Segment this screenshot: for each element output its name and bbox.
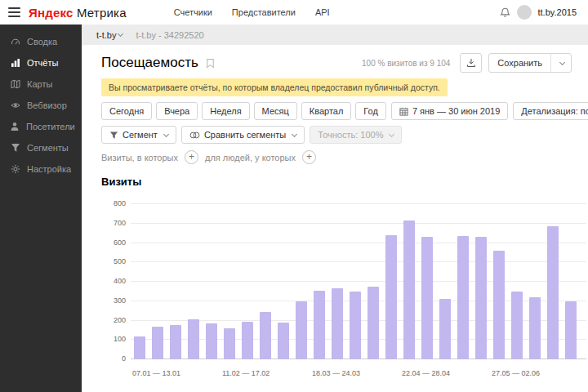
bookmark-icon[interactable] [206, 58, 215, 69]
bar-18[interactable] [457, 236, 469, 359]
period-button[interactable]: Месяц [254, 102, 297, 120]
dashboard-icon [10, 37, 20, 47]
title-actions: 100 % визитов из 9 104 Сохранить [362, 53, 572, 73]
period-button[interactable]: Квартал [301, 102, 352, 120]
chevron-down-icon [292, 131, 297, 136]
period-buttons: СегодняВчераНеделяМесяцКварталГод [101, 102, 386, 120]
title-row: Посещаемость 100 % визитов из 9 104 Сохр… [101, 53, 572, 73]
bar-17[interactable] [439, 299, 451, 359]
breadcrumb: t-t.by t-t.by - 34292520 [82, 24, 588, 45]
y-axis-tick-label: 100 [101, 335, 126, 343]
bar-8[interactable] [278, 323, 289, 359]
calendar-icon [399, 107, 408, 116]
sidebar-item-label: Настройка [27, 164, 71, 174]
menu-icon[interactable] [8, 7, 20, 17]
logo-product: Метрика [77, 6, 127, 20]
add-people-condition-button[interactable]: + [302, 150, 316, 164]
bar-7[interactable] [260, 312, 271, 359]
bar-2[interactable] [170, 325, 181, 359]
accuracy-button[interactable]: Точность: 100% [310, 126, 402, 144]
export-button[interactable] [460, 53, 482, 73]
chevron-down-icon [163, 131, 169, 136]
y-axis-tick-label: 600 [101, 238, 126, 247]
accuracy-label: Точность: 100% [318, 130, 383, 140]
x-axis-tick-label: 22.04 — 28.04 [402, 369, 450, 377]
add-visit-condition-button[interactable]: + [185, 150, 198, 164]
visits-info: 100 % визитов из 9 104 [362, 59, 450, 68]
nav-link[interactable]: API [315, 7, 330, 17]
compare-segments-button[interactable]: Сравнить сегменты [181, 126, 305, 144]
bar-9[interactable] [296, 301, 307, 359]
sidebar-item-reports[interactable]: Отчёты [0, 52, 82, 74]
bar-0[interactable] [134, 336, 145, 360]
bar-5[interactable] [224, 328, 235, 359]
bar-3[interactable] [188, 319, 199, 359]
username[interactable]: tt.by.2015 [538, 7, 577, 17]
bar-24[interactable] [565, 301, 577, 359]
y-axis-tick-label: 700 [101, 219, 126, 227]
segment-label: Сегмент [122, 130, 158, 140]
period-button[interactable]: Неделя [202, 102, 249, 120]
bar-11[interactable] [332, 288, 343, 359]
page-title: Посещаемость [101, 55, 198, 71]
sidebar-item-segments[interactable]: Сегменты [0, 137, 82, 158]
bar-13[interactable] [368, 287, 379, 359]
sidebar-item-maps[interactable]: Карты [0, 74, 82, 95]
reports-icon [10, 58, 20, 68]
site-selector[interactable]: t-t.by [96, 30, 122, 40]
visits-chart: 010020030040050060070080007.01 — 13.0111… [101, 194, 572, 384]
bar-4[interactable] [206, 323, 217, 359]
bell-icon[interactable] [500, 7, 510, 18]
public-access-notice: Вы просматриваете отчёты, по которым вла… [101, 78, 448, 96]
settings-icon [10, 164, 20, 174]
y-axis-tick-label: 200 [101, 316, 126, 324]
nav-link[interactable]: Счетчики [174, 7, 212, 17]
logo[interactable]: Яндекс Метрика [29, 6, 127, 20]
sidebar-item-webvisor[interactable]: Вебвизор [0, 95, 82, 116]
download-icon [466, 58, 476, 68]
date-range-button[interactable]: 7 янв — 30 июн 2019 [391, 102, 508, 120]
bar-23[interactable] [547, 226, 559, 359]
bar-1[interactable] [152, 327, 163, 359]
save-dropdown-toggle[interactable] [550, 54, 571, 72]
bar-19[interactable] [475, 237, 487, 359]
sidebar-item-dashboard[interactable]: Сводка [0, 31, 82, 52]
period-button[interactable]: Вчера [156, 102, 198, 120]
save-button-label: Сохранить [489, 54, 550, 72]
sidebar-item-visitors[interactable]: Посетители [0, 116, 82, 137]
x-axis-tick-label: 11.02 — 17.02 [222, 369, 270, 377]
avatar[interactable] [517, 5, 532, 20]
site-selector-label: t-t.by [96, 30, 116, 40]
y-axis-tick-label: 800 [101, 199, 126, 207]
save-button[interactable]: Сохранить [488, 53, 572, 73]
report-content: Посещаемость 100 % визитов из 9 104 Сохр… [82, 45, 588, 384]
chevron-down-icon [559, 59, 565, 65]
detail-button[interactable]: Детализация: по неделям [513, 102, 588, 120]
nav-link[interactable]: Представители [232, 7, 296, 17]
bar-10[interactable] [314, 291, 325, 359]
header-right: tt.by.2015 [500, 5, 588, 20]
bar-6[interactable] [242, 322, 253, 359]
bar-22[interactable] [529, 297, 541, 359]
y-axis-tick-label: 500 [101, 257, 126, 265]
bar-12[interactable] [350, 292, 361, 359]
period-row: СегодняВчераНеделяМесяцКварталГод 7 янв … [101, 102, 572, 120]
date-range-label: 7 янв — 30 июн 2019 [412, 106, 500, 116]
bar-group [134, 204, 585, 359]
bar-20[interactable] [493, 251, 505, 359]
visitors-icon [10, 122, 20, 131]
bar-21[interactable] [511, 292, 523, 359]
bar-15[interactable] [403, 220, 415, 359]
sidebar-item-settings[interactable]: Настройка [0, 158, 82, 180]
bar-14[interactable] [385, 235, 397, 359]
y-axis-tick-label: 400 [101, 277, 126, 285]
period-button[interactable]: Год [355, 102, 386, 120]
funnel-icon [109, 131, 118, 140]
compare-label: Сравнить сегменты [204, 130, 286, 140]
chevron-down-icon [118, 31, 123, 37]
sidebar-menu: СводкаОтчётыКартыВебвизорПосетителиСегме… [0, 31, 82, 180]
bar-16[interactable] [421, 237, 433, 359]
period-button[interactable]: Сегодня [101, 102, 152, 120]
compare-icon [189, 131, 200, 140]
segment-button[interactable]: Сегмент [101, 126, 176, 144]
